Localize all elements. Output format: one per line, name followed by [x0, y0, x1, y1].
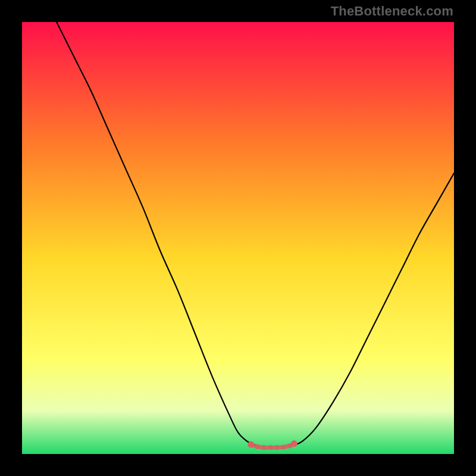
- svg-point-1: [248, 441, 254, 448]
- svg-point-8: [291, 440, 298, 447]
- svg-point-4: [268, 445, 273, 450]
- watermark-text: TheBottleneck.com: [331, 4, 453, 19]
- curve-layer: [22, 22, 454, 454]
- valley-markers: [248, 440, 298, 450]
- curve-right: [294, 173, 454, 445]
- curve-left: [57, 22, 255, 445]
- svg-point-6: [281, 444, 286, 449]
- plot-area: [22, 22, 454, 454]
- svg-point-3: [262, 445, 267, 450]
- svg-point-2: [255, 444, 260, 449]
- svg-point-5: [274, 445, 279, 450]
- chart-frame: TheBottleneck.com: [0, 0, 476, 476]
